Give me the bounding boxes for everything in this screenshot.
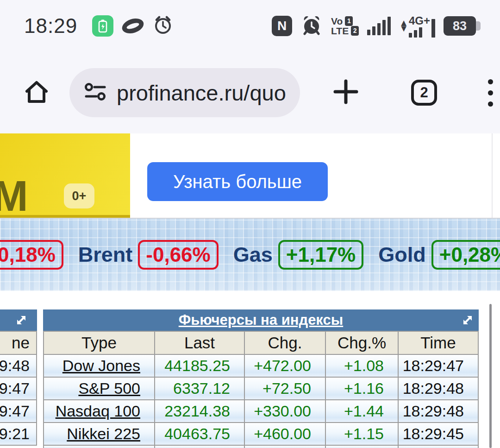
new-tab-button[interactable] [332, 78, 359, 107]
left-table-time: 9:47 [0, 400, 36, 423]
instrument-link[interactable]: Nasdaq 100 [44, 400, 155, 423]
menu-button[interactable] [488, 79, 493, 107]
futures-header-row: Type Last Chg. Chg.% Time [44, 332, 478, 355]
screen: 18:29 N [0, 0, 500, 448]
ticker-item-brent[interactable]: Brent -0,66% [78, 240, 219, 270]
futures-titlebar: Фьючерсы на индексы [43, 309, 479, 331]
alarm-filled-icon [300, 14, 323, 38]
instrument-link[interactable]: S&P 500 [44, 378, 155, 400]
left-table-header-fragment: ne [0, 332, 36, 355]
clock-time: 18:29 [24, 14, 77, 38]
age-rating-badge: 0+ [64, 183, 94, 208]
sim2-badge: 2 [351, 26, 359, 36]
ticker-value-badge: -0,66% [138, 240, 218, 270]
expand-icon[interactable] [456, 313, 479, 327]
browser-toolbar: profinance.ru/quo 2 [0, 52, 500, 133]
futures-title-link[interactable]: Фьючерсы на индексы [65, 312, 456, 328]
ticker-value-badge: 0,18% [0, 240, 63, 270]
signal-bars-icon [367, 17, 391, 35]
left-table-titlebar [0, 309, 37, 331]
col-header-type: Type [44, 332, 155, 355]
volte-indicator: Vo 1 LTE 2 [331, 16, 359, 36]
status-bar: 18:29 N [0, 0, 500, 52]
col-header-chg-pct: Chg.% [326, 332, 399, 355]
table-row-sp500: S&P 500 6337.12 +72.50 +1.16 18:29:48 [44, 378, 478, 400]
table-row-dow-jones: Dow Jones 44185.25 +472.00 +1.08 18:29:4… [44, 355, 478, 378]
ad-image[interactable]: M 0+ [0, 133, 130, 218]
left-table-clipped: ne 9:48 9:47 9:47 9:21 [0, 309, 37, 448]
col-header-time: Time [399, 332, 478, 355]
table-row-partial [44, 446, 478, 448]
ad-frame-edge [492, 133, 493, 218]
col-header-last: Last [155, 332, 245, 355]
alarm-outline-icon [152, 14, 174, 38]
left-table-time: 9:21 [0, 423, 36, 446]
ticker-item-gas[interactable]: Gas +1,17% [233, 240, 364, 270]
quotes-ticker[interactable]: 0,18% Brent -0,66% Gas +1,17% Gold +0,28… [0, 218, 500, 291]
nfc-icon: N [272, 16, 292, 36]
ticker-item-gold[interactable]: Gold +0,28% [378, 240, 500, 270]
url-text: profinance.ru/quo [117, 80, 286, 106]
battery-level-icon: 83 [444, 16, 481, 36]
ticker-value-badge: +0,28% [431, 240, 500, 270]
battery-charging-icon [92, 15, 113, 37]
left-table-time: 9:47 [0, 378, 36, 400]
4g-signal-icon: ▲▼ 4G+ [399, 14, 435, 38]
instrument-link[interactable]: Dow Jones [44, 355, 155, 378]
site-settings-icon[interactable] [84, 82, 106, 103]
instrument-link[interactable]: Nikkei 225 [44, 423, 155, 446]
ticker-value-badge: +1,17% [278, 240, 363, 270]
table-row-nasdaq100: Nasdaq 100 23214.38 +330.00 +1.44 18:29:… [44, 400, 478, 423]
sim1-badge: 1 [345, 16, 353, 26]
ad-cta-button[interactable]: Узнать больше [147, 162, 328, 201]
oval-app-icon [120, 16, 146, 36]
left-table-time: 9:48 [0, 355, 36, 378]
ticker-item[interactable]: 0,18% [0, 240, 63, 270]
url-bar[interactable]: profinance.ru/quo [69, 68, 300, 117]
vertical-scrollbar[interactable] [489, 304, 492, 448]
futures-table: Фьючерсы на индексы Type Last Chg. Chg.%… [43, 309, 479, 448]
table-row-nikkei225: Nikkei 225 40463.75 +460.00 +1.15 18:29:… [44, 423, 478, 446]
ad-image-letter: M [0, 172, 28, 218]
col-header-chg: Chg. [245, 332, 326, 355]
tab-count: 2 [420, 84, 428, 101]
tab-switcher-button[interactable]: 2 [411, 80, 437, 106]
home-button[interactable] [22, 77, 51, 108]
ad-banner[interactable]: M 0+ Узнать больше [0, 133, 500, 218]
expand-icon[interactable] [10, 313, 32, 327]
